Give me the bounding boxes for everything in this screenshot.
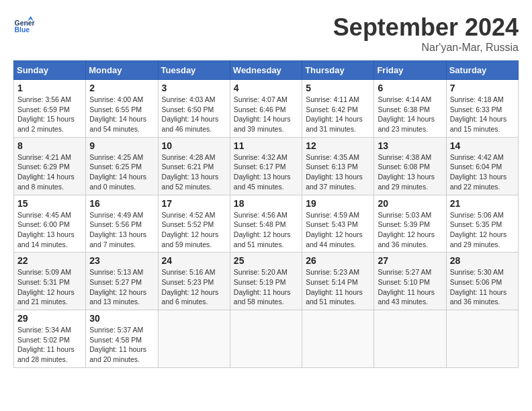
calendar-cell: 5Sunrise: 4:11 AMSunset: 6:42 PMDaylight… <box>302 80 374 138</box>
day-of-week-header: Saturday <box>446 61 518 80</box>
calendar-cell: 6Sunrise: 4:14 AMSunset: 6:38 PMDaylight… <box>374 80 446 138</box>
day-number: 18 <box>234 198 298 209</box>
sunset-text: Sunset: 6:25 PM <box>89 163 142 171</box>
day-info: Sunrise: 4:38 AMSunset: 6:08 PMDaylight:… <box>378 152 442 192</box>
sunset-text: Sunset: 6:50 PM <box>162 105 214 113</box>
sunset-text: Sunset: 6:21 PM <box>162 163 214 171</box>
daylight-text: Daylight: 13 hours and 29 minutes. <box>378 173 435 191</box>
sunset-text: Sunset: 5:19 PM <box>234 278 286 286</box>
day-info: Sunrise: 5:30 AMSunset: 5:06 PMDaylight:… <box>450 267 515 307</box>
daylight-text: Daylight: 11 hours and 43 minutes. <box>378 288 435 306</box>
calendar-cell: 21Sunrise: 5:06 AMSunset: 5:35 PMDayligh… <box>446 195 518 253</box>
sunset-text: Sunset: 6:55 PM <box>89 105 142 113</box>
sunrise-text: Sunrise: 4:25 AM <box>89 153 143 161</box>
day-number: 11 <box>234 140 298 151</box>
sunset-text: Sunset: 5:06 PM <box>450 278 502 286</box>
day-info: Sunrise: 4:28 AMSunset: 6:21 PMDaylight:… <box>162 152 226 192</box>
calendar-cell: 27Sunrise: 5:27 AMSunset: 5:10 PMDayligh… <box>374 253 446 310</box>
day-info: Sunrise: 4:49 AMSunset: 5:56 PMDaylight:… <box>89 210 154 250</box>
daylight-text: Daylight: 14 hours and 23 minutes. <box>378 115 435 133</box>
sunset-text: Sunset: 5:31 PM <box>17 278 70 286</box>
day-number: 5 <box>306 83 370 93</box>
day-info: Sunrise: 4:35 AMSunset: 6:13 PMDaylight:… <box>306 152 370 192</box>
calendar-cell: 29Sunrise: 5:34 AMSunset: 5:02 PMDayligh… <box>14 310 86 368</box>
day-info: Sunrise: 4:18 AMSunset: 6:33 PMDaylight:… <box>450 95 515 134</box>
sunrise-text: Sunrise: 5:03 AM <box>378 211 431 219</box>
daylight-text: Daylight: 11 hours and 36 minutes. <box>450 288 507 306</box>
day-number: 24 <box>162 255 226 266</box>
calendar-week-row: 8Sunrise: 4:21 AMSunset: 6:29 PMDaylight… <box>14 137 519 195</box>
day-number: 30 <box>89 313 154 324</box>
day-number: 22 <box>17 255 82 266</box>
sunrise-text: Sunrise: 4:21 AM <box>17 153 71 161</box>
daylight-text: Daylight: 15 hours and 2 minutes. <box>17 115 75 133</box>
calendar-cell <box>230 310 302 368</box>
calendar-cell: 22Sunrise: 5:09 AMSunset: 5:31 PMDayligh… <box>14 253 86 310</box>
sunset-text: Sunset: 4:58 PM <box>89 336 142 344</box>
sunrise-text: Sunrise: 4:52 AM <box>162 211 216 219</box>
calendar-cell: 13Sunrise: 4:38 AMSunset: 6:08 PMDayligh… <box>374 137 446 195</box>
title-block: September 2024 Nar'yan-Mar, Russia <box>333 13 519 54</box>
sunrise-text: Sunrise: 5:23 AM <box>306 268 359 276</box>
day-number: 19 <box>306 198 370 209</box>
calendar-cell: 11Sunrise: 4:32 AMSunset: 6:17 PMDayligh… <box>230 137 302 195</box>
sunrise-text: Sunrise: 5:06 AM <box>450 211 504 219</box>
day-number: 28 <box>450 255 515 266</box>
sunrise-text: Sunrise: 4:28 AM <box>162 153 216 161</box>
daylight-text: Daylight: 11 hours and 58 minutes. <box>234 288 291 306</box>
daylight-text: Daylight: 11 hours and 20 minutes. <box>89 345 146 363</box>
calendar-week-row: 1Sunrise: 3:56 AMSunset: 6:59 PMDaylight… <box>14 80 519 138</box>
sunset-text: Sunset: 6:59 PM <box>17 105 70 113</box>
sunrise-text: Sunrise: 4:42 AM <box>450 153 504 161</box>
sunset-text: Sunset: 6:17 PM <box>234 163 286 171</box>
sunrise-text: Sunrise: 4:00 AM <box>89 95 143 103</box>
calendar-cell: 28Sunrise: 5:30 AMSunset: 5:06 PMDayligh… <box>446 253 518 310</box>
sunrise-text: Sunrise: 4:18 AM <box>450 95 504 103</box>
calendar-cell: 19Sunrise: 4:59 AMSunset: 5:43 PMDayligh… <box>302 195 374 253</box>
sunrise-text: Sunrise: 4:11 AM <box>306 95 359 103</box>
sunrise-text: Sunrise: 5:09 AM <box>17 268 71 276</box>
sunrise-text: Sunrise: 4:07 AM <box>234 95 287 103</box>
sunset-text: Sunset: 5:48 PM <box>234 220 286 228</box>
day-info: Sunrise: 4:21 AMSunset: 6:29 PMDaylight:… <box>17 152 82 192</box>
calendar-cell <box>374 310 446 368</box>
sunset-text: Sunset: 5:39 PM <box>378 220 430 228</box>
day-number: 1 <box>17 83 82 93</box>
day-of-week-header: Sunday <box>14 61 86 80</box>
calendar-table: SundayMondayTuesdayWednesdayThursdayFrid… <box>13 60 519 368</box>
calendar-cell: 1Sunrise: 3:56 AMSunset: 6:59 PMDaylight… <box>14 80 86 138</box>
day-info: Sunrise: 5:27 AMSunset: 5:10 PMDaylight:… <box>378 267 442 307</box>
sunset-text: Sunset: 5:10 PM <box>378 278 430 286</box>
calendar-week-row: 15Sunrise: 4:45 AMSunset: 6:00 PMDayligh… <box>14 195 519 253</box>
calendar-header-row: SundayMondayTuesdayWednesdayThursdayFrid… <box>14 61 519 80</box>
daylight-text: Daylight: 12 hours and 21 minutes. <box>17 288 75 306</box>
sunset-text: Sunset: 5:27 PM <box>89 278 142 286</box>
sunrise-text: Sunrise: 5:30 AM <box>450 268 504 276</box>
sunrise-text: Sunrise: 5:27 AM <box>378 268 431 276</box>
sunrise-text: Sunrise: 5:13 AM <box>89 268 143 276</box>
day-info: Sunrise: 4:00 AMSunset: 6:55 PMDaylight:… <box>89 95 154 134</box>
calendar-cell: 17Sunrise: 4:52 AMSunset: 5:52 PMDayligh… <box>158 195 230 253</box>
calendar-cell <box>158 310 230 368</box>
calendar-cell: 16Sunrise: 4:49 AMSunset: 5:56 PMDayligh… <box>86 195 158 253</box>
sunrise-text: Sunrise: 4:56 AM <box>234 211 287 219</box>
day-info: Sunrise: 5:37 AMSunset: 4:58 PMDaylight:… <box>89 325 154 365</box>
day-number: 25 <box>234 255 298 266</box>
svg-text:Blue: Blue <box>15 26 30 34</box>
daylight-text: Daylight: 13 hours and 45 minutes. <box>234 173 291 191</box>
calendar-week-row: 29Sunrise: 5:34 AMSunset: 5:02 PMDayligh… <box>14 310 519 368</box>
day-info: Sunrise: 4:25 AMSunset: 6:25 PMDaylight:… <box>89 152 154 192</box>
daylight-text: Daylight: 14 hours and 8 minutes. <box>17 173 75 191</box>
calendar-cell: 26Sunrise: 5:23 AMSunset: 5:14 PMDayligh… <box>302 253 374 310</box>
logo: General Blue <box>13 13 35 35</box>
daylight-text: Daylight: 12 hours and 6 minutes. <box>162 288 219 306</box>
calendar-cell: 24Sunrise: 5:16 AMSunset: 5:23 PMDayligh… <box>158 253 230 310</box>
calendar-cell: 23Sunrise: 5:13 AMSunset: 5:27 PMDayligh… <box>86 253 158 310</box>
sunrise-text: Sunrise: 4:32 AM <box>234 153 287 161</box>
sunrise-text: Sunrise: 5:37 AM <box>89 326 143 334</box>
day-of-week-header: Tuesday <box>158 61 230 80</box>
day-info: Sunrise: 3:56 AMSunset: 6:59 PMDaylight:… <box>17 95 82 134</box>
sunset-text: Sunset: 6:29 PM <box>17 163 70 171</box>
sunset-text: Sunset: 6:00 PM <box>17 220 70 228</box>
day-info: Sunrise: 4:07 AMSunset: 6:46 PMDaylight:… <box>234 95 298 134</box>
